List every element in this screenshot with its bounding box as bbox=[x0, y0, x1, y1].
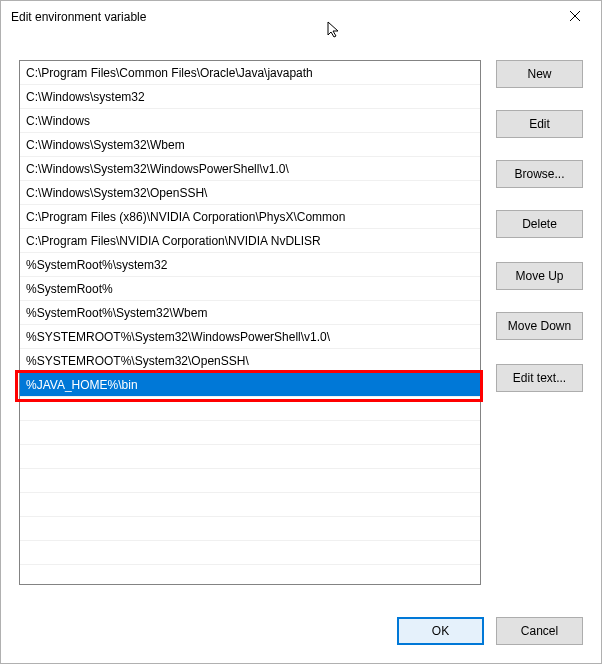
close-icon bbox=[570, 11, 580, 21]
title-bar: Edit environment variable bbox=[1, 1, 601, 33]
list-item[interactable]: %SystemRoot%\system32 bbox=[20, 253, 480, 277]
list-item[interactable]: C:\Windows\System32\WindowsPowerShell\v1… bbox=[20, 157, 480, 181]
list-item-empty[interactable] bbox=[20, 469, 480, 493]
list-item-empty[interactable] bbox=[20, 397, 480, 421]
list-item[interactable]: C:\Program Files\NVIDIA Corporation\NVID… bbox=[20, 229, 480, 253]
list-item[interactable]: C:\Program Files\Common Files\Oracle\Jav… bbox=[20, 61, 480, 85]
list-item[interactable]: C:\Windows bbox=[20, 109, 480, 133]
side-button-group: New Edit Browse... Delete Move Up Move D… bbox=[496, 60, 583, 414]
list-item-empty[interactable] bbox=[20, 445, 480, 469]
list-item-empty[interactable] bbox=[20, 541, 480, 565]
list-item-empty[interactable] bbox=[20, 517, 480, 541]
close-button[interactable] bbox=[552, 1, 597, 31]
edit-button[interactable]: Edit bbox=[496, 110, 583, 138]
list-item-empty[interactable] bbox=[20, 493, 480, 517]
list-item[interactable]: C:\Program Files (x86)\NVIDIA Corporatio… bbox=[20, 205, 480, 229]
edit-text-button[interactable]: Edit text... bbox=[496, 364, 583, 392]
bottom-button-group: OK Cancel bbox=[397, 617, 583, 645]
browse-button[interactable]: Browse... bbox=[496, 160, 583, 188]
ok-button[interactable]: OK bbox=[397, 617, 484, 645]
dialog-content: C:\Program Files\Common Files\Oracle\Jav… bbox=[19, 51, 583, 645]
cancel-button[interactable]: Cancel bbox=[496, 617, 583, 645]
list-item[interactable]: %SystemRoot%\System32\Wbem bbox=[20, 301, 480, 325]
move-up-button[interactable]: Move Up bbox=[496, 262, 583, 290]
list-item[interactable]: %SYSTEMROOT%\System32\OpenSSH\ bbox=[20, 349, 480, 373]
delete-button[interactable]: Delete bbox=[496, 210, 583, 238]
window-title: Edit environment variable bbox=[11, 10, 146, 24]
list-item[interactable]: C:\Windows\System32\OpenSSH\ bbox=[20, 181, 480, 205]
list-item[interactable]: C:\Windows\System32\Wbem bbox=[20, 133, 480, 157]
list-item[interactable]: %SystemRoot% bbox=[20, 277, 480, 301]
list-item[interactable]: %SYSTEMROOT%\System32\WindowsPowerShell\… bbox=[20, 325, 480, 349]
path-listbox[interactable]: C:\Program Files\Common Files\Oracle\Jav… bbox=[19, 60, 481, 585]
list-item-empty[interactable] bbox=[20, 421, 480, 445]
new-button[interactable]: New bbox=[496, 60, 583, 88]
list-item[interactable]: %JAVA_HOME%\bin bbox=[20, 373, 480, 397]
move-down-button[interactable]: Move Down bbox=[496, 312, 583, 340]
list-item[interactable]: C:\Windows\system32 bbox=[20, 85, 480, 109]
